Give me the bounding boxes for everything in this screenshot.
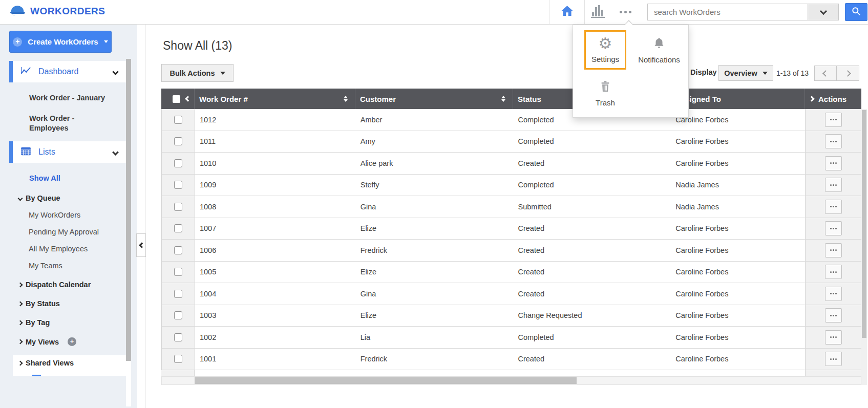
cell-assigned-to: Nadia James (671, 196, 805, 218)
display-view-dropdown[interactable]: Overview (718, 65, 773, 81)
horizontal-scrollbar-thumb[interactable] (195, 377, 577, 384)
sidebar: + Create WorkOrders DashboardWork Order … (0, 25, 137, 408)
row-actions-button[interactable] (825, 134, 842, 148)
row-actions-cell (805, 262, 861, 283)
menu-item-notifications[interactable]: Notifications (630, 32, 688, 68)
row-checkbox[interactable] (174, 268, 182, 276)
next-page-button[interactable] (837, 66, 859, 81)
table-row: 1003ElizeChange RequestedCaroline Forbes (162, 305, 861, 327)
sidebar-scrollbar-thumb[interactable] (126, 59, 131, 361)
cell-work-order: 1004 (195, 283, 356, 305)
cell-status: Created (514, 240, 671, 261)
app-title: WORKORDERS (30, 6, 105, 17)
sidebar-group-dispatch-calendar[interactable]: Dispatch Calendar (18, 281, 137, 289)
cell-status: Change Requested (514, 305, 671, 327)
create-workorders-button[interactable]: + Create WorkOrders (9, 31, 112, 53)
row-checkbox[interactable] (174, 203, 182, 211)
sort-icon[interactable] (344, 96, 348, 102)
search-scope-dropdown[interactable] (808, 4, 839, 20)
sidebar-group-shared-views[interactable]: Shared Views (18, 359, 126, 367)
column-header-work-order[interactable]: Work Order # (195, 89, 355, 109)
chevron-right-icon (18, 360, 23, 366)
sidebar-group-my-views[interactable]: My Views+ (18, 337, 137, 346)
row-checkbox[interactable] (174, 311, 182, 319)
cell-status: Created (514, 218, 671, 240)
sidebar-item-all-my-employees[interactable]: All My Employees (29, 245, 137, 253)
row-checkbox[interactable] (174, 181, 182, 189)
row-select-cell (162, 305, 195, 327)
cell-assigned-to: Caroline Forbes (671, 262, 805, 283)
search-input[interactable] (647, 4, 808, 20)
row-actions-button[interactable] (825, 221, 842, 235)
column-header-customer[interactable]: Customer (355, 89, 513, 109)
row-checkbox[interactable] (174, 355, 182, 363)
row-actions-button[interactable] (825, 352, 842, 366)
cell-assigned-to: Caroline Forbes (671, 305, 805, 327)
sidebar-item-work-order-january[interactable]: Work Order - January (29, 93, 115, 103)
reports-button[interactable] (589, 5, 607, 20)
sort-icon[interactable] (501, 96, 505, 102)
select-all-checkbox[interactable] (173, 95, 180, 103)
bulk-actions-button[interactable]: Bulk Actions (161, 64, 234, 82)
sidebar-section-dashboard[interactable]: Dashboard (9, 61, 126, 82)
sidebar-item-my-teams[interactable]: My Teams (29, 262, 137, 270)
vertical-scrollbar[interactable] (861, 109, 867, 385)
table-body: 1012AmberCompletedCaroline Forbes1011Amy… (161, 109, 861, 370)
menu-item-settings[interactable]: ⚙ Settings (584, 30, 626, 70)
sidebar-group-label: By Queue (26, 194, 60, 202)
sidebar-group-by-queue[interactable]: By Queue (18, 194, 137, 202)
sidebar-scrollbar[interactable] (126, 59, 131, 406)
row-checkbox[interactable] (174, 290, 182, 298)
sidebar-group-label: Dispatch Calendar (26, 281, 91, 289)
column-header-assigned-to[interactable]: Assigned To (671, 89, 805, 109)
row-checkbox[interactable] (174, 116, 182, 124)
previous-page-button[interactable] (814, 66, 837, 81)
menu-item-trash[interactable]: Trash (584, 76, 626, 112)
sidebar-section-lists[interactable]: Lists (9, 141, 126, 163)
cell-work-order: 1008 (195, 196, 356, 218)
row-checkbox[interactable] (174, 159, 182, 167)
collapse-column-icon[interactable] (185, 96, 190, 101)
sidebar-group-by-tag[interactable]: By Tag (18, 318, 137, 327)
horizontal-scrollbar[interactable] (161, 376, 861, 385)
row-actions-button[interactable] (825, 265, 842, 279)
home-button[interactable] (549, 0, 585, 24)
row-select-cell (162, 283, 195, 305)
column-header-actions[interactable]: Actions (805, 89, 861, 109)
row-select-cell (162, 262, 195, 283)
chevron-right-icon (18, 282, 23, 287)
more-menu-button[interactable] (618, 9, 633, 15)
search-button[interactable] (845, 3, 867, 21)
sidebar-item-pending-my-approval[interactable]: Pending My Approval (29, 228, 137, 236)
partial-row (161, 370, 861, 376)
row-checkbox[interactable] (174, 333, 182, 341)
sidebar-collapse-button[interactable] (136, 233, 146, 257)
row-checkbox[interactable] (174, 246, 182, 254)
sidebar-item-work-order-employees[interactable]: Work Order - Employees (29, 114, 115, 133)
row-select-cell (162, 327, 195, 348)
sidebar-item-my-workorders[interactable]: My WorkOrders (29, 211, 137, 219)
row-actions-button[interactable] (825, 308, 842, 323)
sidebar-item-show-all[interactable]: Show All (29, 174, 115, 183)
row-actions-cell (805, 196, 861, 218)
row-actions-button[interactable] (825, 200, 842, 214)
row-actions-button[interactable] (825, 330, 842, 345)
cell-customer: Amy (356, 131, 514, 153)
cell-status: Completed (514, 175, 671, 196)
row-actions-button[interactable] (825, 113, 842, 127)
cell-customer: Steffy (356, 175, 514, 196)
row-actions-button[interactable] (825, 156, 842, 170)
sidebar-group-by-status[interactable]: By Status (18, 299, 137, 308)
vertical-scrollbar-thumb[interactable] (862, 110, 866, 338)
row-checkbox[interactable] (174, 137, 182, 145)
row-actions-button[interactable] (825, 178, 842, 192)
display-view-value: Overview (724, 69, 757, 77)
gear-icon: ⚙ (599, 36, 612, 51)
row-checkbox[interactable] (174, 224, 182, 232)
row-actions-button[interactable] (825, 287, 842, 301)
trash-icon (600, 80, 611, 94)
cell-customer: Gina (356, 283, 514, 305)
row-actions-cell (805, 283, 861, 305)
row-actions-button[interactable] (825, 243, 842, 257)
row-select-cell (162, 196, 195, 218)
